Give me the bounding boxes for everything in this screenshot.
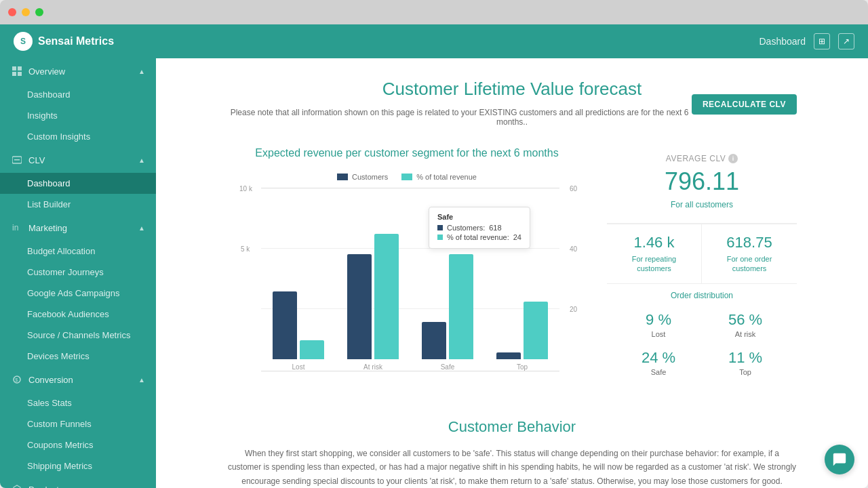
app-body: S Sensai Metrics Dashboard ⊞ ↗ <box>0 24 868 488</box>
order-pct-safe: 24 % <box>623 349 694 367</box>
overview-chevron: ▲ <box>138 68 145 75</box>
order-cell-safe: 24 % Safe <box>615 344 702 382</box>
bar-label-lost: Lost <box>292 363 305 371</box>
metrics-panel: AVERAGE CLV i 796.11 For all customers 1… <box>607 147 797 391</box>
bar-atrisk-customers <box>347 254 372 359</box>
sidebar-section-marketing[interactable]: in Marketing ▲ <box>0 215 156 241</box>
bars-container: Lost At risk <box>261 188 559 371</box>
info-icon[interactable]: i <box>728 154 738 163</box>
bar-pair-top <box>496 302 548 359</box>
close-button[interactable] <box>8 8 16 16</box>
avg-clv-section: AVERAGE CLV i 796.11 For all customers <box>607 147 797 224</box>
order-label-safe: Safe <box>623 368 694 376</box>
recalculate-btn[interactable]: RECALCULATE CLV <box>692 94 797 115</box>
bar-top-revenue <box>524 302 548 359</box>
tooltip-revenue-label: % of total revenue: <box>447 233 509 241</box>
clv-repeating-label: For repeating customers <box>615 254 693 274</box>
sidebar-item-custom-insights[interactable]: Custom Insights <box>0 126 156 147</box>
avg-clv-label: AVERAGE CLV i <box>607 154 797 163</box>
sidebar-item-insights[interactable]: Insights <box>0 105 156 126</box>
behavior-text-1: When they first start shopping, we consi… <box>227 447 797 488</box>
dashboard-label: Dashboard <box>760 36 806 47</box>
topbar-right: Dashboard ⊞ ↗ <box>760 33 855 49</box>
avg-clv-value: 796.11 <box>607 167 797 196</box>
bar-label-safe: Safe <box>441 363 455 371</box>
order-cell-lost: 9 % Lost <box>615 306 702 344</box>
maximize-button[interactable] <box>35 8 43 16</box>
bar-pair-lost <box>273 291 324 359</box>
sidebar-item-custom-funnels[interactable]: Custom Funnels <box>0 413 156 434</box>
sidebar-item-customer-journeys[interactable]: Customer Journeys <box>0 262 156 283</box>
order-distribution: Order distribution 9 % Lost 56 % At risk <box>607 284 797 382</box>
main-layout: Overview ▲ Dashboard Insights Custom Ins… <box>0 58 868 488</box>
tooltip-revenue-row: % of total revenue: 24 <box>437 233 521 241</box>
content-inner: Customer Lifetime Value forecast RECALCU… <box>200 58 824 488</box>
tooltip-revenue-dot <box>437 235 443 240</box>
clv-one-order-label: For one order customers <box>710 254 789 274</box>
bar-lost-customers <box>273 291 297 359</box>
chat-button[interactable] <box>825 445 854 474</box>
order-cell-top: 11 % Top <box>702 344 789 382</box>
svg-text:$: $ <box>15 377 18 383</box>
bar-group-atrisk: At risk <box>347 234 399 371</box>
sidebar-item-list-builder[interactable]: List Builder <box>0 194 156 215</box>
topbar-export-icon[interactable]: ↗ <box>838 33 854 49</box>
legend-customers-label: Customers <box>352 173 388 181</box>
sidebar-item-source-channels[interactable]: Source / Channels Metrics <box>0 325 156 346</box>
sidebar-item-budget-allocation[interactable]: Budget Allocation <box>0 241 156 262</box>
clv-repeating-value: 1.46 k <box>615 234 693 251</box>
bar-group-safe: Safe Customers: 618 <box>422 254 473 371</box>
sidebar-section-conversion[interactable]: $ Conversion ▲ <box>0 367 156 392</box>
svg-rect-0 <box>12 66 16 70</box>
overview-icon <box>11 65 23 77</box>
legend-revenue: % of total revenue <box>401 173 477 181</box>
product-label: Product <box>28 485 59 489</box>
marketing-chevron: ▲ <box>138 224 145 232</box>
avg-clv-sub: For all customers <box>607 200 797 209</box>
logo-text: Sensai Metrics <box>38 35 114 47</box>
behavior-title: Customer Behavior <box>227 418 797 436</box>
minimize-button[interactable] <box>22 8 30 16</box>
chart-area: Expected revenue per customer segment fo… <box>227 147 587 391</box>
legend-customers-color <box>337 174 348 180</box>
sidebar-section-clv[interactable]: CLV ▲ <box>0 147 156 173</box>
overview-label: Overview <box>28 66 65 77</box>
svg-rect-1 <box>18 66 22 70</box>
sidebar-item-devices-metrics[interactable]: Devices Metrics <box>0 346 156 367</box>
topbar-expand-icon[interactable]: ⊞ <box>814 33 830 49</box>
sidebar-item-sales-stats[interactable]: Sales Stats <box>0 392 156 413</box>
marketing-label: Marketing <box>28 223 67 233</box>
bar-top-customers <box>496 352 521 359</box>
sidebar-section-product[interactable]: Product ▼ <box>0 476 156 488</box>
sidebar-item-google-ads[interactable]: Google Ads Campaigns <box>0 283 156 304</box>
sidebar-item-shipping-metrics[interactable]: Shipping Metrics <box>0 455 156 476</box>
sidebar-item-clv-dashboard[interactable]: Dashboard <box>0 173 156 194</box>
order-cell-atrisk: 56 % At risk <box>702 306 789 344</box>
order-dist-title: Order distribution <box>615 291 789 300</box>
sidebar-item-facebook-audiences[interactable]: Facebook Audiences <box>0 304 156 325</box>
sidebar-item-coupons-metrics[interactable]: Coupons Metrics <box>0 434 156 455</box>
svg-rect-3 <box>18 72 22 76</box>
svg-rect-2 <box>12 72 16 76</box>
bar-safe-customers <box>422 322 446 359</box>
bar-label-atrisk: At risk <box>363 363 382 371</box>
bar-group-top: Top <box>496 302 548 371</box>
sidebar-item-dashboard-overview[interactable]: Dashboard <box>0 84 156 105</box>
sidebar: Overview ▲ Dashboard Insights Custom Ins… <box>0 58 156 488</box>
order-grid: 9 % Lost 56 % At risk 24 % <box>615 306 789 382</box>
sidebar-section-overview[interactable]: Overview ▲ <box>0 58 156 84</box>
header-section: Customer Lifetime Value forecast RECALCU… <box>227 79 797 100</box>
clv-one-order-value: 618.75 <box>710 234 789 251</box>
clv-icon <box>11 154 23 166</box>
legend-revenue-label: % of total revenue <box>416 173 477 181</box>
chart-section-title: Expected revenue per customer segment fo… <box>227 147 587 159</box>
bar-atrisk-revenue <box>374 234 399 359</box>
clv-chevron: ▲ <box>138 157 145 164</box>
bar-lost-revenue <box>300 340 324 359</box>
customer-behavior-section: Customer Behavior When they first start … <box>227 418 797 488</box>
app-window: S Sensai Metrics Dashboard ⊞ ↗ <box>0 0 868 488</box>
bar-label-top: Top <box>517 363 528 371</box>
logo: S Sensai Metrics <box>14 32 114 51</box>
bar-group-lost: Lost <box>273 291 324 371</box>
content-area: Customer Lifetime Value forecast RECALCU… <box>156 58 868 488</box>
